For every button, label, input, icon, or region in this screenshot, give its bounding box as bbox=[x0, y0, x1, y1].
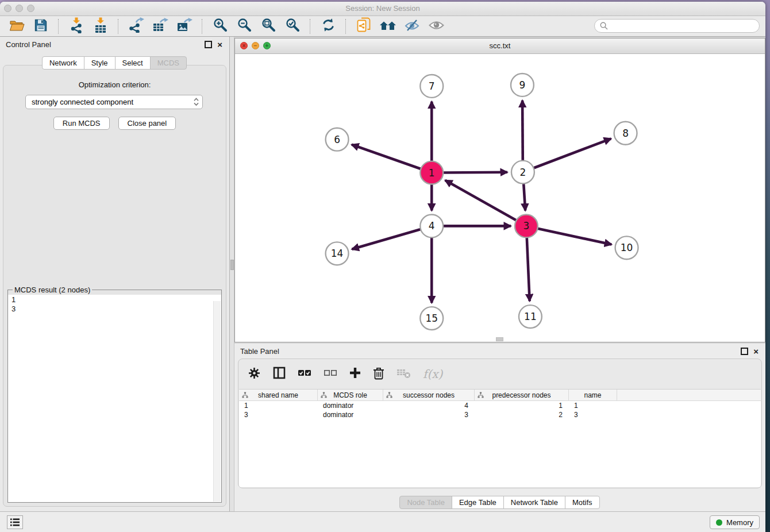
graph-edge-3-1[interactable] bbox=[445, 180, 517, 221]
result-scrollbar[interactable] bbox=[213, 301, 221, 502]
graph-node-2[interactable]: 2 bbox=[511, 161, 534, 184]
deselect-all-button[interactable] bbox=[324, 369, 337, 379]
close-icon[interactable]: × bbox=[217, 41, 222, 48]
graph-edge-2-3[interactable] bbox=[523, 184, 525, 211]
panel-splitter[interactable] bbox=[230, 37, 234, 511]
add-column-button[interactable] bbox=[349, 367, 361, 381]
main-area: Control Panel × NetworkStyleSelectMCDS O… bbox=[0, 37, 765, 511]
float-icon[interactable] bbox=[205, 41, 212, 48]
tab-mcds[interactable]: MCDS bbox=[150, 56, 187, 70]
memory-button[interactable]: Memory bbox=[710, 515, 760, 529]
node-label: 7 bbox=[429, 80, 435, 92]
minimize-window-icon[interactable] bbox=[16, 5, 23, 12]
column-header-name[interactable]: name bbox=[569, 390, 617, 400]
view-resize-handle[interactable] bbox=[496, 337, 503, 341]
cell-name[interactable]: 3 bbox=[569, 411, 617, 419]
delete-columns-button[interactable] bbox=[373, 367, 384, 382]
cell-shared-name[interactable]: 3 bbox=[239, 411, 318, 419]
zoom-window-icon[interactable] bbox=[27, 5, 34, 12]
graph-edge-3-11[interactable] bbox=[527, 237, 530, 301]
graph-edge-3-10[interactable] bbox=[537, 229, 611, 245]
save-session-button[interactable] bbox=[29, 18, 53, 35]
column-label: successor nodes bbox=[403, 391, 455, 399]
export-network-button[interactable] bbox=[124, 18, 148, 35]
network-canvas[interactable]: 7968124314101511 bbox=[235, 54, 765, 342]
graph-node-3[interactable]: 3 bbox=[515, 214, 538, 237]
cell-predecessor-nodes[interactable]: 2 bbox=[475, 411, 569, 419]
graph-node-4[interactable]: 4 bbox=[420, 214, 443, 237]
column-header-predecessor-nodes[interactable]: predecessor nodes bbox=[475, 390, 569, 400]
cell-successor-nodes[interactable]: 4 bbox=[383, 402, 475, 410]
cell-MCDS-role[interactable]: dominator bbox=[318, 402, 383, 410]
open-session-button[interactable] bbox=[5, 18, 29, 35]
graph-node-10[interactable]: 10 bbox=[615, 236, 638, 259]
network-view-titlebar[interactable]: × − + scc.txt bbox=[235, 38, 765, 54]
tab-node-table[interactable]: Node Table bbox=[399, 496, 452, 509]
graph-node-11[interactable]: 11 bbox=[519, 305, 542, 328]
zoom-fit-button[interactable] bbox=[256, 18, 280, 35]
import-network-icon bbox=[70, 17, 83, 36]
graph-edge-2-8[interactable] bbox=[534, 138, 611, 168]
graph-edge-1-6[interactable] bbox=[352, 145, 421, 169]
table-row[interactable]: 3dominator323 bbox=[239, 410, 761, 419]
app-titlebar[interactable]: Session: New Session bbox=[0, 2, 765, 16]
column-header-MCDS-role[interactable]: MCDS role bbox=[318, 390, 383, 400]
column-header-shared-name[interactable]: shared name bbox=[239, 390, 318, 400]
cell-predecessor-nodes[interactable]: 1 bbox=[475, 402, 569, 410]
close-view-icon[interactable]: × bbox=[240, 42, 248, 49]
task-history-button[interactable] bbox=[7, 515, 23, 529]
mcds-buttons-row: Run MCDS Close panel bbox=[3, 117, 226, 130]
graph-node-7[interactable]: 7 bbox=[420, 75, 443, 98]
optimization-criterion-select[interactable]: strongly connected component bbox=[25, 95, 203, 109]
cell-shared-name[interactable]: 1 bbox=[239, 402, 318, 410]
graph-node-9[interactable]: 9 bbox=[511, 74, 534, 97]
select-all-button[interactable] bbox=[298, 369, 311, 379]
float-icon[interactable] bbox=[741, 348, 748, 355]
tab-motifs[interactable]: Motifs bbox=[565, 496, 600, 509]
zoom-selected-button[interactable] bbox=[280, 18, 305, 35]
tab-select[interactable]: Select bbox=[115, 56, 151, 70]
graph-edge-1-2[interactable] bbox=[443, 172, 507, 173]
graph-node-1[interactable]: 1 bbox=[420, 161, 443, 184]
cell-name[interactable]: 1 bbox=[569, 402, 617, 410]
zoom-view-icon[interactable]: + bbox=[263, 42, 271, 49]
tab-edge-table[interactable]: Edge Table bbox=[452, 496, 504, 509]
cell-successor-nodes[interactable]: 3 bbox=[383, 411, 475, 419]
copy-network-button[interactable] bbox=[352, 18, 376, 35]
close-window-icon[interactable] bbox=[4, 5, 11, 12]
tab-network-table[interactable]: Network Table bbox=[503, 496, 565, 509]
refresh-button[interactable] bbox=[316, 18, 340, 35]
zoom-out-button[interactable] bbox=[232, 18, 256, 35]
zoom-in-button[interactable] bbox=[208, 18, 232, 35]
run-mcds-button[interactable]: Run MCDS bbox=[53, 117, 110, 130]
hide-selected-button[interactable] bbox=[400, 18, 424, 35]
close-panel-button[interactable]: Close panel bbox=[118, 117, 176, 130]
graph-node-14[interactable]: 14 bbox=[326, 242, 349, 265]
graph-node-8[interactable]: 8 bbox=[614, 122, 637, 145]
first-neighbors-button[interactable] bbox=[376, 18, 400, 35]
minimize-view-icon[interactable]: − bbox=[252, 42, 259, 49]
export-table-button[interactable] bbox=[148, 18, 172, 35]
graph-node-15[interactable]: 15 bbox=[420, 307, 443, 330]
delete-columns-icon bbox=[373, 367, 384, 382]
close-icon[interactable]: × bbox=[753, 348, 759, 355]
export-network-icon bbox=[128, 17, 144, 35]
import-network-button[interactable] bbox=[64, 18, 88, 35]
tab-style[interactable]: Style bbox=[84, 56, 116, 70]
column-header-successor-nodes[interactable]: successor nodes bbox=[383, 390, 475, 400]
import-table-button[interactable] bbox=[88, 18, 113, 35]
cell-MCDS-role[interactable]: dominator bbox=[318, 411, 383, 419]
show-all-button[interactable] bbox=[424, 18, 448, 35]
export-image-button[interactable] bbox=[172, 18, 197, 35]
graph-edge-2-9[interactable] bbox=[522, 101, 523, 161]
graph-node-6[interactable]: 6 bbox=[326, 128, 349, 151]
mcds-result-list: 13 bbox=[11, 295, 218, 314]
table-settings-button[interactable] bbox=[248, 367, 261, 382]
table-row[interactable]: 1dominator411 bbox=[239, 401, 761, 410]
graph-edge-4-14[interactable] bbox=[352, 229, 421, 249]
toggle-panels-button[interactable] bbox=[273, 367, 286, 381]
splitter-grip-icon[interactable] bbox=[230, 260, 234, 270]
search-input[interactable] bbox=[611, 21, 759, 31]
tab-network[interactable]: Network bbox=[42, 56, 84, 70]
search-box[interactable] bbox=[594, 19, 760, 33]
